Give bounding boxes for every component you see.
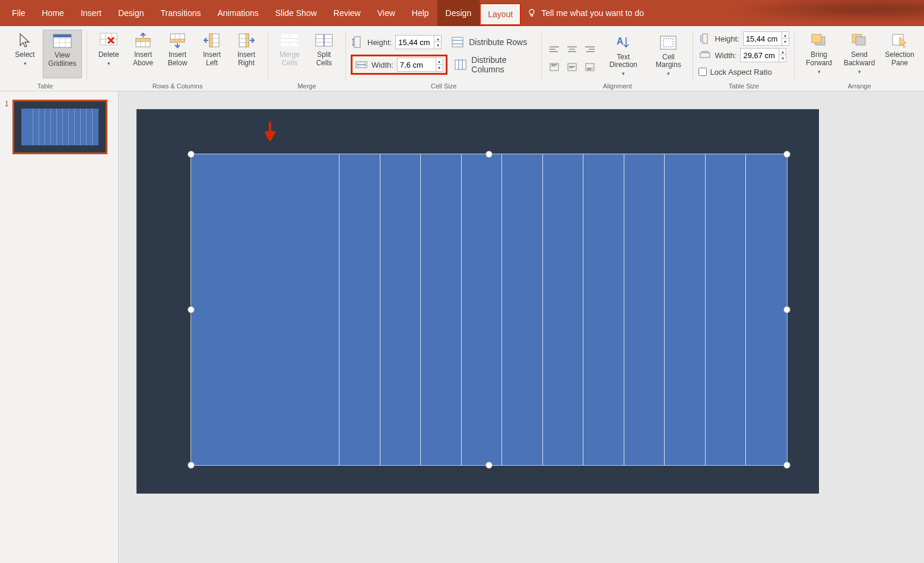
align-center-button[interactable] (564, 42, 580, 56)
table-width-field[interactable] (741, 49, 779, 62)
spin-down-icon[interactable]: ▾ (779, 55, 786, 62)
selection-pane-button[interactable]: Selection Pane (880, 30, 919, 78)
group-rows-columns: Delete ▾ Insert Above Insert Below Inse (87, 27, 268, 91)
merge-cells-button[interactable]: Merge Cells (273, 30, 306, 78)
align-right-button[interactable] (582, 42, 598, 56)
delete-icon (99, 32, 119, 49)
group-cell-size-label: Cell Size (351, 82, 536, 91)
spin-down-icon[interactable]: ▾ (782, 39, 789, 45)
cell-margins-button[interactable]: Cell Margins ▾ (649, 32, 688, 81)
cell-height-input[interactable]: ▴▾ (395, 35, 442, 49)
table-grid[interactable] (191, 154, 787, 465)
resize-handle-middle-right[interactable] (783, 306, 790, 313)
spin-up-icon[interactable]: ▴ (436, 58, 443, 65)
thumbnail-pane[interactable]: 1 (0, 91, 119, 563)
tab-home[interactable]: Home (34, 0, 72, 26)
group-rows-columns-label: Rows & Columns (92, 82, 263, 91)
table-cell[interactable] (380, 154, 421, 465)
table-cell[interactable] (746, 154, 787, 465)
table-cell[interactable] (421, 154, 462, 465)
spin-up-icon[interactable]: ▴ (434, 36, 441, 42)
table-cell[interactable] (583, 154, 624, 465)
svg-rect-21 (209, 34, 212, 47)
tab-table-design[interactable]: Design (437, 0, 480, 26)
insert-right-label: Insert Right (237, 51, 255, 68)
bring-forward-button[interactable]: Bring Forward ▾ (799, 30, 839, 78)
insert-below-button[interactable]: Insert Below (161, 30, 194, 78)
tab-insert[interactable]: Insert (72, 0, 110, 26)
distribute-rows-button[interactable]: Distribute Rows (451, 32, 527, 52)
cell-width-input[interactable]: ▴▾ (397, 58, 443, 72)
table-height-field[interactable] (744, 32, 782, 45)
view-gridlines-button[interactable]: View Gridlines (43, 30, 82, 78)
distribute-columns-label: Distribute Columns (471, 55, 536, 74)
resize-handle-bottom-left[interactable] (188, 462, 195, 469)
insert-above-button[interactable]: Insert Above (126, 30, 160, 78)
tab-animations[interactable]: Animations (209, 0, 266, 26)
split-cells-icon (314, 32, 334, 49)
tab-table-layout[interactable]: Layout (480, 3, 521, 26)
lock-aspect-label: Lock Aspect Ratio (710, 68, 772, 77)
tab-view[interactable]: View (369, 0, 404, 26)
table-height-input[interactable]: ▴▾ (743, 31, 789, 46)
svg-rect-57 (568, 63, 576, 71)
insert-left-button[interactable]: Insert Left (195, 30, 228, 78)
select-button[interactable]: Select ▾ (8, 30, 42, 78)
svg-rect-37 (354, 37, 360, 47)
lock-aspect-checkbox[interactable]: Lock Aspect Ratio (698, 64, 772, 79)
split-cells-button[interactable]: Split Cells (307, 30, 341, 78)
align-top-button[interactable] (547, 60, 562, 74)
send-backward-icon (849, 32, 869, 49)
thumbnail-preview[interactable] (12, 100, 107, 154)
group-table-label: Table (8, 82, 82, 91)
resize-handle-top-middle[interactable] (485, 151, 493, 158)
spin-up-icon[interactable]: ▴ (782, 32, 789, 39)
cell-height-field[interactable] (396, 36, 434, 49)
align-left-button[interactable] (547, 42, 562, 56)
table-cell[interactable] (339, 154, 380, 465)
insert-right-icon (236, 32, 256, 49)
table-object[interactable] (191, 154, 787, 465)
tab-review[interactable]: Review (325, 0, 369, 26)
table-cell[interactable] (502, 154, 543, 465)
spin-down-icon[interactable]: ▾ (436, 65, 443, 71)
tab-design[interactable]: Design (110, 0, 153, 26)
table-cell[interactable] (191, 154, 339, 465)
insert-right-button[interactable]: Insert Right (230, 30, 263, 78)
table-height-icon (698, 32, 712, 45)
table-cell[interactable] (706, 154, 747, 465)
delete-button[interactable]: Delete ▾ (92, 30, 125, 78)
spin-down-icon[interactable]: ▾ (434, 42, 441, 49)
svg-rect-42 (455, 60, 466, 69)
table-cell[interactable] (543, 154, 584, 465)
resize-handle-bottom-right[interactable] (783, 462, 790, 469)
tab-slide-show[interactable]: Slide Show (267, 0, 325, 26)
send-backward-button[interactable]: Send Backward ▾ (840, 30, 879, 78)
align-middle-button[interactable] (564, 60, 580, 74)
table-cell[interactable] (665, 154, 706, 465)
table-cell[interactable] (624, 154, 665, 465)
chevron-down-icon: ▾ (818, 69, 821, 75)
table-cell[interactable] (462, 154, 503, 465)
resize-handle-middle-left[interactable] (188, 306, 195, 313)
table-width-input[interactable]: ▴▾ (740, 48, 786, 62)
tab-transitions[interactable]: Transitions (153, 0, 209, 26)
svg-rect-69 (812, 34, 821, 43)
resize-handle-bottom-middle[interactable] (485, 462, 493, 469)
text-direction-button[interactable]: A Text Direction ▾ (604, 32, 643, 81)
tab-help[interactable]: Help (404, 0, 437, 26)
tell-me-search[interactable]: Tell me what you want to do (527, 0, 644, 26)
cell-width-field[interactable] (398, 58, 436, 71)
slide-thumbnail-1[interactable]: 1 (5, 100, 113, 154)
resize-handle-top-left[interactable] (188, 151, 195, 158)
slide-editor[interactable] (119, 91, 924, 563)
split-cells-label: Split Cells (316, 51, 332, 68)
lock-aspect-input[interactable] (698, 68, 707, 76)
slide-canvas[interactable] (136, 109, 819, 494)
resize-handle-top-right[interactable] (783, 151, 790, 158)
align-bottom-button[interactable] (582, 60, 598, 74)
distribute-columns-button[interactable]: Distribute Columns (455, 55, 537, 75)
tab-file[interactable]: File (4, 0, 34, 26)
cell-height-label: Height: (367, 38, 392, 47)
spin-up-icon[interactable]: ▴ (779, 49, 786, 55)
